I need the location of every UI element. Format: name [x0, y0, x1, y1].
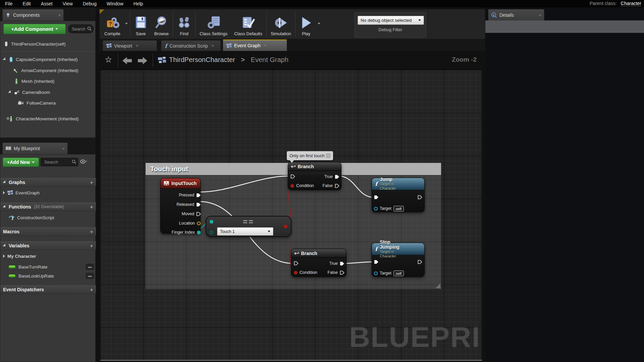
- expander-open-icon[interactable]: [3, 205, 6, 208]
- exec-pin-in[interactable]: [290, 174, 295, 179]
- close-icon[interactable]: ×: [539, 13, 541, 18]
- section-functions[interactable]: Functions (32 Overridable) +: [0, 202, 96, 211]
- row-constructionscript[interactable]: f ConstructionScript: [0, 214, 96, 222]
- visibility-filter-button[interactable]: [80, 159, 88, 166]
- menu-debug[interactable]: Debug: [78, 0, 102, 7]
- add-new-button[interactable]: +Add New: [3, 158, 39, 167]
- expander-closed-icon[interactable]: [3, 254, 5, 258]
- add-event-dispatcher-button[interactable]: +: [90, 287, 93, 293]
- menu-window[interactable]: Window: [102, 0, 128, 7]
- menu-asset[interactable]: Asset: [36, 0, 58, 7]
- tab-construction-script[interactable]: f Construction Scrip ×: [161, 40, 221, 51]
- bool-pin-in[interactable]: [290, 184, 294, 188]
- exec-pin-out[interactable]: [196, 193, 201, 197]
- byte-pin-out[interactable]: [197, 231, 201, 234]
- menu-edit[interactable]: Edit: [18, 0, 36, 7]
- expander-open-icon[interactable]: [8, 90, 12, 94]
- add-function-button[interactable]: +: [90, 204, 93, 210]
- section-event-dispatchers[interactable]: Event Dispatchers +: [0, 285, 96, 294]
- node-header[interactable]: f Stop Jumping Target is Character: [372, 243, 424, 255]
- exec-pin-out[interactable]: [340, 261, 344, 266]
- browse-button[interactable]: Browse: [151, 9, 172, 38]
- component-row-cameraboom[interactable]: CameraBoom: [0, 88, 96, 96]
- exec-pin-out[interactable]: [196, 202, 201, 207]
- add-component-button[interactable]: +Add Component: [3, 24, 66, 34]
- menu-view[interactable]: View: [58, 0, 78, 7]
- tab-my-blueprint[interactable]: My Blueprint ×: [2, 142, 68, 154]
- graph-viewport[interactable]: BLUEPRINT Touch input InputTouch: [100, 70, 481, 360]
- row-baselookuprate[interactable]: BaseLookUpRate: [0, 272, 96, 280]
- variable-visibility-button[interactable]: [86, 264, 94, 270]
- back-arrow-button[interactable]: [122, 57, 132, 64]
- close-icon[interactable]: ×: [62, 146, 65, 151]
- tab-event-graph[interactable]: Event Graph ×: [223, 40, 287, 51]
- simulation-button[interactable]: Simulation: [267, 9, 294, 38]
- object-pin-in[interactable]: [374, 207, 378, 210]
- section-variables[interactable]: Variables +: [0, 241, 96, 250]
- node-branch-top[interactable]: ↩ Branch Condition True False: [288, 162, 341, 190]
- byte-pin-in[interactable]: [210, 231, 213, 234]
- tab-viewport[interactable]: Viewport ×: [103, 40, 157, 51]
- touch-index-dropdown[interactable]: Touch 1: [217, 227, 273, 236]
- row-eventgraph[interactable]: EventGraph: [0, 189, 96, 197]
- section-graphs[interactable]: Graphs +: [0, 178, 96, 187]
- find-button[interactable]: Find: [174, 9, 195, 38]
- node-inputtouch[interactable]: InputTouch Pressed Released Moved Locati…: [160, 178, 201, 234]
- debug-object-dropdown[interactable]: No debug object selected: [358, 16, 424, 25]
- byte-pin-in[interactable]: [210, 220, 213, 224]
- play-button[interactable]: Play: [296, 9, 316, 38]
- vector-pin-out[interactable]: [197, 222, 201, 225]
- node-stop-jumping[interactable]: f Stop Jumping Target is Character Targe…: [372, 243, 425, 277]
- node-header[interactable]: f Jump Target is Character: [372, 178, 424, 190]
- expander-closed-icon[interactable]: [3, 191, 5, 194]
- tab-components[interactable]: Components ×: [2, 9, 64, 21]
- save-button[interactable]: Save: [131, 9, 151, 38]
- component-row-followcamera[interactable]: FollowCamera: [0, 99, 96, 107]
- row-my-character[interactable]: My Character: [0, 252, 96, 260]
- component-row-capsule[interactable]: CapsuleComponent (Inherited): [0, 55, 96, 63]
- breadcrumb-root[interactable]: ThirdPersonCharacter: [169, 56, 235, 63]
- favorite-star-icon[interactable]: ☆: [105, 55, 112, 64]
- exec-pin-out[interactable]: [418, 260, 422, 264]
- bool-pin-out[interactable]: [284, 225, 287, 228]
- menu-file[interactable]: File: [0, 0, 18, 7]
- exec-pin-in[interactable]: [374, 260, 379, 264]
- menu-help[interactable]: Help: [128, 0, 148, 7]
- exec-pin-out[interactable]: [340, 270, 344, 275]
- add-graph-button[interactable]: +: [90, 180, 93, 185]
- node-header[interactable]: ↩ Branch: [288, 162, 341, 171]
- close-icon[interactable]: ×: [264, 43, 267, 48]
- pin-bubble-icon[interactable]: [326, 154, 330, 158]
- node-branch-bottom[interactable]: ↩ Branch Condition True False: [291, 249, 346, 277]
- close-icon[interactable]: ×: [58, 13, 61, 18]
- breadcrumb-current[interactable]: Event Graph: [251, 56, 288, 63]
- node-equal[interactable]: == Touch 1: [206, 216, 291, 237]
- component-row-mesh[interactable]: Mesh (Inherited): [0, 77, 96, 85]
- exec-pin-in[interactable]: [294, 261, 299, 265]
- self-literal[interactable]: self: [393, 206, 404, 212]
- expander-open-icon[interactable]: [3, 244, 6, 247]
- exec-pin-out[interactable]: [196, 212, 201, 216]
- node-comment-bubble[interactable]: Only on first touch: [287, 151, 333, 160]
- component-row-self[interactable]: ThirdPersonCharacter(self): [0, 40, 96, 48]
- exec-pin-out[interactable]: [335, 175, 339, 179]
- close-icon[interactable]: ×: [136, 44, 138, 48]
- close-icon[interactable]: ×: [212, 44, 214, 48]
- self-literal[interactable]: self: [393, 270, 404, 276]
- class-defaults-button[interactable]: Class Defaults: [231, 9, 266, 38]
- compile-options-button[interactable]: [124, 9, 129, 38]
- forward-arrow-button[interactable]: [138, 57, 147, 64]
- component-row-arrow[interactable]: ArrowComponent (Inherited): [0, 66, 96, 74]
- variable-visibility-button[interactable]: [86, 273, 94, 279]
- row-baseturnrate[interactable]: BaseTurnRate: [0, 263, 96, 271]
- exec-pin-out[interactable]: [418, 195, 422, 199]
- node-header[interactable]: InputTouch: [161, 178, 200, 188]
- exec-pin-out[interactable]: [335, 184, 339, 188]
- object-pin-in[interactable]: [374, 272, 378, 275]
- parent-class-value[interactable]: Character: [621, 1, 641, 6]
- node-header[interactable]: ↩ Branch: [291, 249, 346, 258]
- expander-open-icon[interactable]: [3, 57, 6, 61]
- node-jump[interactable]: f Jump Target is Character Target self: [372, 178, 425, 212]
- expander-open-icon[interactable]: [3, 180, 6, 184]
- section-macros[interactable]: Macros +: [0, 227, 96, 236]
